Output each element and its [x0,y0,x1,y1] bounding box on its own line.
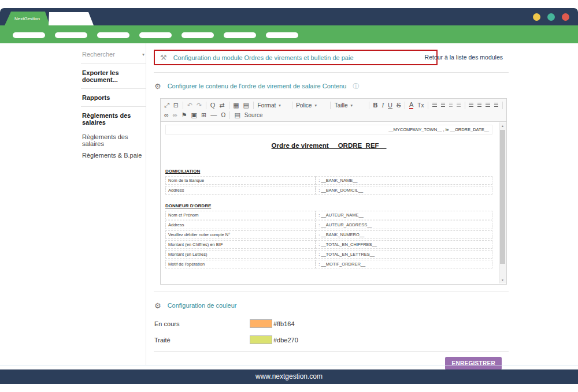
source-button[interactable]: Source [244,113,263,118]
doc-header-line: __MYCOMPANY_TOWN__ , le __ORDRE_DATE__ [165,125,492,135]
toolbar-separator [292,102,292,109]
text-color-button[interactable]: A [409,102,413,109]
editor-scrollbar[interactable]: ▲ ▼ [499,122,506,283]
table-row: Nom et Prénom : __AUTEUR_NAME__ [165,211,492,219]
page-bottom-divider [0,365,578,365]
table-icon[interactable]: ⊞ [201,112,206,118]
row-value: : __BANK_NUMERO__ [316,230,492,239]
editor-content-area[interactable]: __MYCOMPANY_TOWN__ , le __ORDRE_DATE__ O… [161,122,506,284]
table-row: Montant (en Lettres) : __TOTAL_EN_LETTRE… [165,250,492,259]
gear-icon: ⚙ [154,82,161,91]
align-justify-icon[interactable] [494,103,499,108]
divider [154,72,509,73]
row-label: Veuillez débiter notre compte N° [165,230,316,239]
color-row-traite: Traité #dbe270 [154,335,509,344]
sidebar-item-reglements-header[interactable]: Règlements des salaires [81,107,146,131]
domiciliation-table: Nom de la Banque : __BANK_NAME__ Address… [165,175,492,196]
editor-toolbar: ⤢ ⊡ ↶ ↷ Q ⇄ ▦ ▤ Format ▾ Police [161,99,506,122]
info-icon[interactable]: ⓘ [353,82,359,91]
secondary-tab[interactable] [49,12,94,25]
horizontal-rule-icon[interactable]: ― [210,112,217,118]
bulleted-list-icon[interactable] [441,103,446,108]
toolbar-separator [405,102,405,109]
back-to-modules-link[interactable]: Retour à la liste des modules [425,54,503,61]
sidebar-item-reglements-salaires[interactable]: Règlements des salaires [81,131,146,150]
sidebar-item-reglements-bpaie[interactable]: Règlements & B.paie [81,150,146,161]
sidebar: Rechercher ▾ Exporter les document... Ra… [81,48,146,161]
source-doc-icon[interactable]: ▤ [234,112,240,118]
scrollbar-thumb[interactable] [500,130,505,264]
strikethrough-button[interactable]: S [397,102,401,109]
image-icon[interactable]: ▣ [191,112,197,118]
undo-icon[interactable]: ↶ [187,102,192,109]
redo-icon[interactable]: ↷ [197,102,202,109]
window-dot-red[interactable] [562,13,569,21]
row-label: Montant (en Lettres) [165,250,316,259]
nav-pill[interactable] [55,32,87,38]
chevron-down-icon: ▾ [142,52,144,57]
donneur-ordre-table: Nom et Prénom : __AUTEUR_NAME__ Address … [165,210,492,270]
sidebar-item-exporter[interactable]: Exporter les document... [81,64,146,89]
toolbar-row-1: ⤢ ⊡ ↶ ↷ Q ⇄ ▦ ▤ Format ▾ Police [164,100,503,110]
bold-button[interactable]: B [373,102,377,109]
nav-pill[interactable] [266,32,298,38]
scroll-up-icon[interactable]: ▲ [499,124,506,128]
font-dropdown[interactable]: Police ▾ [296,102,326,109]
footer-bar: www.nextgestion.com [0,369,578,384]
brand-tab[interactable]: NextGestion [5,12,50,25]
window-dot-yellow[interactable] [533,13,540,21]
color-hex-value: #dbe270 [273,337,298,344]
color-hex-value: #ffb164 [273,320,295,327]
color-swatch-en-cours[interactable] [250,319,272,328]
outdent-icon[interactable] [449,103,453,108]
nav-pill[interactable] [13,32,45,38]
preview-icon[interactable]: ⊡ [173,102,179,109]
doc-title: Ordre de virement __ORDRE_REF__ [165,142,492,149]
numbered-list-icon[interactable] [432,103,437,108]
align-left-icon[interactable] [469,103,473,108]
find-icon[interactable]: Q [210,102,216,109]
sidebar-item-rapports[interactable]: Rapports [81,89,146,107]
nav-pill[interactable] [139,32,172,38]
content-section-title: Configurer le contenu de l'ordre de vire… [168,83,347,89]
row-label: Nom et Prénom [165,211,316,219]
save-button[interactable]: ENREGISTRER [445,357,502,370]
underline-button[interactable]: U [388,102,392,109]
actions-row: ENREGISTRER [154,357,509,370]
nav-pill[interactable] [224,32,256,38]
indent-icon[interactable] [457,103,460,108]
search-dropdown[interactable]: Rechercher ▾ [81,48,146,64]
row-label: Address [165,221,316,229]
row-value: : __BANK_NAME__ [316,176,492,185]
anchor-icon[interactable]: ⚑ [181,112,187,118]
color-label: En cours [154,320,250,327]
link-icon[interactable]: ∞ [164,112,169,118]
row-label: Address [165,186,316,195]
color-swatch-traite[interactable] [250,335,272,344]
align-center-icon[interactable] [477,103,482,108]
show-blocks-icon[interactable]: ▤ [243,102,249,109]
window-dot-teal[interactable] [547,13,555,21]
nav-pill[interactable] [181,32,214,38]
replace-icon[interactable]: ⇄ [219,102,224,109]
size-dropdown[interactable]: Taille ▾ [335,102,365,109]
special-character-icon[interactable]: Ω [221,112,225,118]
nav-pill[interactable] [97,32,129,38]
module-title-highlight: ⚒ Configuration du module Ordres de vire… [154,50,438,65]
maximize-icon[interactable]: ⤢ [164,102,169,109]
select-all-icon[interactable]: ▦ [233,102,239,109]
main-nav-bar [0,25,578,43]
align-right-icon[interactable] [486,103,490,108]
remove-format-button[interactable]: Tx [417,103,424,109]
tools-icon: ⚒ [160,53,167,62]
doc-section-heading: DOMICILIATION [165,169,492,174]
unlink-icon[interactable]: ∞ [173,112,177,118]
color-section-header: ⚙ Configuration de couleur [154,301,509,310]
size-dropdown-label: Taille [335,102,348,109]
table-row: Address : __AUTEUR_ADDRESS__ [165,221,492,229]
scroll-down-icon[interactable]: ▼ [499,278,506,282]
table-row: Veuillez débiter notre compte N° : __BAN… [165,230,492,239]
format-dropdown[interactable]: Format ▾ [258,102,288,109]
italic-button[interactable]: I [381,102,384,109]
row-value: : __AUTEUR_ADDRESS__ [316,221,492,229]
